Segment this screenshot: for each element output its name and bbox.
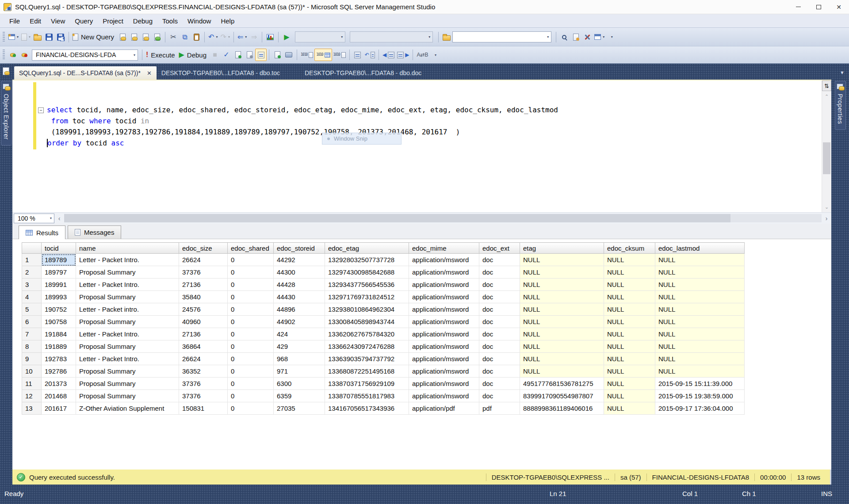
cell-edoc_lastmod[interactable]: NULL: [655, 328, 745, 340]
menu-edit[interactable]: Edit: [25, 15, 46, 27]
cell-edoc_storeid[interactable]: 44896: [274, 303, 325, 316]
cell-name[interactable]: Proposal Summary: [76, 340, 179, 353]
cell-edoc_shared[interactable]: 0: [228, 402, 274, 415]
cell-edoc_size[interactable]: 37376: [179, 266, 228, 279]
undo-button[interactable]: ↶▾: [207, 31, 219, 43]
cell-edoc_mime[interactable]: application/msword: [409, 340, 479, 353]
cell-name[interactable]: Z-Other Aviation Supplement: [76, 402, 179, 415]
cell-edoc_ext[interactable]: doc: [479, 365, 520, 378]
row-number[interactable]: 10: [22, 365, 42, 378]
cell-edoc_size[interactable]: 36864: [179, 340, 228, 353]
cell-edoc_size[interactable]: 27136: [179, 279, 228, 291]
cell-edoc_etag[interactable]: 133870371756929109: [325, 378, 409, 390]
cell-edoc_etag[interactable]: 133639035794737792: [325, 353, 409, 365]
tab-list-dropdown-icon[interactable]: ▼: [840, 70, 845, 75]
close-button[interactable]: ✕: [829, 0, 849, 14]
cell-name[interactable]: Letter - Packet intro.: [76, 303, 179, 316]
cell-edoc_storeid[interactable]: 44292: [274, 254, 325, 266]
menu-project[interactable]: Project: [98, 15, 128, 27]
database-engine-query-button[interactable]: [117, 31, 128, 43]
cell-etag[interactable]: NULL: [520, 266, 604, 279]
cell-edoc_shared[interactable]: 0: [228, 303, 274, 316]
row-number[interactable]: 6: [22, 316, 42, 328]
cell-edoc_mime[interactable]: application/msword: [409, 353, 479, 365]
cell-tocid[interactable]: 192786: [42, 365, 76, 378]
cell-tocid[interactable]: 201468: [42, 390, 76, 402]
row-number[interactable]: 7: [22, 328, 42, 340]
cell-edoc_shared[interactable]: 0: [228, 328, 274, 340]
estimated-plan-button[interactable]: [232, 49, 244, 61]
cell-edoc_cksum[interactable]: NULL: [604, 402, 655, 415]
cell-edoc_lastmod[interactable]: NULL: [655, 291, 745, 303]
save-all-button[interactable]: [55, 31, 66, 43]
cell-edoc_cksum[interactable]: NULL: [604, 365, 655, 378]
cell-name[interactable]: Letter - Packet Intro.: [76, 254, 179, 266]
cell-edoc_ext[interactable]: doc: [479, 303, 520, 316]
sql-editor[interactable]: select tocid, name, edoc_size, edoc_shar…: [12, 80, 831, 212]
row-number[interactable]: 1: [22, 254, 42, 266]
cell-edoc_shared[interactable]: 0: [228, 316, 274, 328]
row-number-header[interactable]: [22, 243, 42, 254]
cell-edoc_etag[interactable]: 133620627675784320: [325, 328, 409, 340]
cell-edoc_etag[interactable]: 134167056517343936: [325, 402, 409, 415]
row-number[interactable]: 4: [22, 291, 42, 303]
toolbar-options-button[interactable]: ▾: [429, 49, 441, 61]
menu-help[interactable]: Help: [216, 15, 239, 27]
column-header-tocid[interactable]: tocid: [42, 243, 76, 254]
document-tab-2[interactable]: DESKTOP-TGPAEB0\...LFDATA8 - dbo.toc: [157, 66, 285, 80]
cell-edoc_lastmod[interactable]: NULL: [655, 303, 745, 316]
cell-edoc_lastmod[interactable]: 2015-09-17 17:36:04.000: [655, 402, 745, 415]
paste-button[interactable]: [191, 31, 202, 43]
column-header-edoc_ext[interactable]: edoc_ext: [479, 243, 520, 254]
object-explorer-tab[interactable]: Object Explorer: [1, 81, 12, 145]
cell-name[interactable]: Letter - Packet Intro.: [76, 279, 179, 291]
cell-edoc_mime[interactable]: application/msword: [409, 390, 479, 402]
cell-edoc_storeid[interactable]: 6359: [274, 390, 325, 402]
cell-tocid[interactable]: 190758: [42, 316, 76, 328]
column-header-edoc_lastmod[interactable]: edoc_lastmod: [655, 243, 745, 254]
start-button[interactable]: ▶: [281, 31, 292, 43]
cell-edoc_etag[interactable]: 132938010864962304: [325, 303, 409, 316]
navigate-forward-button[interactable]: ⇒: [248, 31, 260, 43]
cell-edoc_size[interactable]: 150831: [179, 402, 228, 415]
cut-button[interactable]: ✂: [168, 31, 179, 43]
available-databases-combo[interactable]: FINANCIAL-DESIGNS-LFDA▾: [32, 50, 138, 61]
cell-edoc_lastmod[interactable]: NULL: [655, 266, 745, 279]
cell-edoc_lastmod[interactable]: NULL: [655, 365, 745, 378]
cell-etag[interactable]: NULL: [520, 291, 604, 303]
toolbar-combo-disabled-2[interactable]: ▾: [350, 31, 433, 42]
cell-edoc_lastmod[interactable]: 2015-09-15 19:38:59.000: [655, 390, 745, 402]
cell-edoc_shared[interactable]: 0: [228, 340, 274, 353]
cell-edoc_ext[interactable]: doc: [479, 316, 520, 328]
cell-etag[interactable]: NULL: [520, 303, 604, 316]
cell-tocid[interactable]: 189993: [42, 291, 76, 303]
add-item-button[interactable]: ▾: [20, 31, 32, 43]
copy-button[interactable]: ⧉: [179, 31, 191, 43]
cell-name[interactable]: Proposal Summary: [76, 390, 179, 402]
client-statistics-button[interactable]: [283, 49, 294, 61]
edit-properties-button[interactable]: [570, 31, 581, 43]
cell-edoc_cksum[interactable]: NULL: [604, 390, 655, 402]
decrease-indent-button[interactable]: ◀: [381, 49, 396, 61]
cell-edoc_etag[interactable]: 133008405898943744: [325, 316, 409, 328]
cell-edoc_storeid[interactable]: 429: [274, 340, 325, 353]
cell-edoc_mime[interactable]: application/msword: [409, 378, 479, 390]
cell-edoc_mime[interactable]: application/msword: [409, 279, 479, 291]
cell-edoc_cksum[interactable]: NULL: [604, 378, 655, 390]
template-parameters-button[interactable]: A⇄B: [415, 49, 429, 61]
menu-query[interactable]: Query: [70, 15, 98, 27]
row-number[interactable]: 5: [22, 303, 42, 316]
row-number[interactable]: 9: [22, 353, 42, 365]
row-number[interactable]: 8: [22, 340, 42, 353]
row-number[interactable]: 3: [22, 279, 42, 291]
cell-name[interactable]: Letter - Packet Intro.: [76, 353, 179, 365]
splitter-handle[interactable]: ⇅: [822, 80, 831, 91]
editor-vertical-scrollbar[interactable]: ⇅ ⌃ ⌄: [822, 80, 831, 212]
intellisense-toggle-button[interactable]: [255, 49, 267, 61]
column-header-edoc_cksum[interactable]: edoc_cksum: [604, 243, 655, 254]
menu-tools[interactable]: Tools: [157, 15, 183, 27]
cell-name[interactable]: Proposal Summary: [76, 378, 179, 390]
cell-tocid[interactable]: 189991: [42, 279, 76, 291]
cancel-query-button[interactable]: ■: [209, 49, 221, 61]
cell-edoc_etag[interactable]: 132934377566545536: [325, 279, 409, 291]
